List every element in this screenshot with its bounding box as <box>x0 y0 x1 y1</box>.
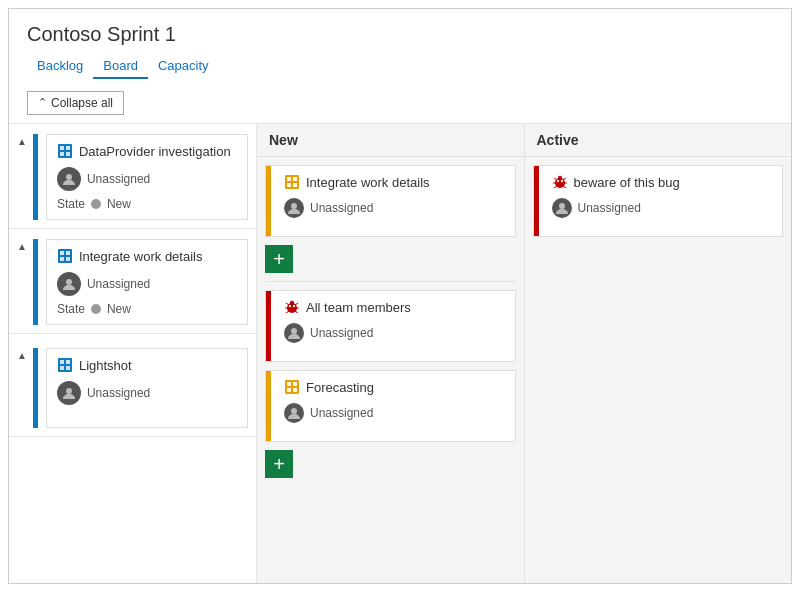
card1-title: Integrate work details <box>284 174 505 190</box>
blue-bar-1 <box>33 134 38 220</box>
column-active-header: Active <box>525 124 792 157</box>
collapse-all-button[interactable]: ⌃ Collapse all <box>27 91 124 115</box>
svg-point-5 <box>66 174 72 180</box>
column-new: New <box>257 124 525 584</box>
card2-user: Unassigned <box>284 323 505 343</box>
column-active-group2-empty <box>533 245 784 584</box>
svg-point-27 <box>290 301 294 305</box>
person-card-1-title-text: DataProvider investigation <box>79 144 231 159</box>
svg-rect-3 <box>60 152 64 156</box>
group1-collapse-icon[interactable]: ▲ <box>17 136 27 147</box>
svg-point-17 <box>66 388 72 394</box>
person-group-2: ▲ Integrate work details <box>9 229 256 334</box>
card2-bar <box>266 291 271 361</box>
svg-line-50 <box>563 186 566 188</box>
task-icon-1 <box>57 143 73 159</box>
task-icon-2 <box>57 248 73 264</box>
card1-avatar <box>284 198 304 218</box>
svg-rect-21 <box>287 183 291 187</box>
svg-point-51 <box>559 203 565 209</box>
svg-rect-20 <box>293 177 297 181</box>
state-dot-1 <box>91 199 101 209</box>
plus-icon-2: + <box>273 453 285 476</box>
state-value-2: New <box>107 302 131 316</box>
group-divider <box>265 281 516 282</box>
person-card-3-title: Lightshot <box>57 357 237 373</box>
card4-bug-icon <box>552 174 568 190</box>
board-card-3[interactable]: Forecasting Unassigned <box>265 370 516 442</box>
avatar-3 <box>57 381 81 405</box>
board-card-4[interactable]: beware of this bug Una <box>533 165 784 237</box>
svg-rect-22 <box>293 183 297 187</box>
svg-line-28 <box>286 303 289 305</box>
card3-avatar <box>284 403 304 423</box>
svg-point-42 <box>556 180 558 182</box>
add-card-group2-new-button[interactable]: + <box>265 450 293 478</box>
plus-icon-1: + <box>273 248 285 271</box>
svg-point-11 <box>66 279 72 285</box>
person-card-2-assignee: Unassigned <box>87 277 150 291</box>
card1-task-icon <box>284 174 300 190</box>
avatar-2 <box>57 272 81 296</box>
board-columns: New <box>257 124 791 584</box>
svg-point-25 <box>289 305 291 307</box>
card3-title-text: Forecasting <box>306 380 374 395</box>
svg-rect-9 <box>60 257 64 261</box>
column-active-body: beware of this bug Una <box>525 157 792 584</box>
svg-rect-39 <box>293 388 297 392</box>
tab-board[interactable]: Board <box>93 54 148 79</box>
card3-content: Forecasting Unassigned <box>284 379 505 423</box>
person-card-3-assignee: Unassigned <box>87 386 150 400</box>
svg-rect-16 <box>66 366 70 370</box>
person-card-3: Lightshot Unassigned <box>46 348 248 428</box>
card4-bar <box>534 166 539 236</box>
board-card-2[interactable]: All team members Unass <box>265 290 516 362</box>
svg-rect-14 <box>66 360 70 364</box>
card3-bar <box>266 371 271 441</box>
svg-point-26 <box>293 305 295 307</box>
card2-avatar <box>284 323 304 343</box>
card2-content: All team members Unass <box>284 299 505 343</box>
svg-rect-10 <box>66 257 70 261</box>
card1-bar <box>266 166 271 236</box>
svg-point-40 <box>291 408 297 414</box>
svg-point-23 <box>291 203 297 209</box>
person-card-2: Integrate work details Unassigned <box>46 239 248 325</box>
page-title: Contoso Sprint 1 <box>27 23 773 46</box>
person-group-header-3: ▲ Lightshot <box>9 338 256 436</box>
card3-assignee: Unassigned <box>310 406 373 420</box>
person-card-2-state-row: State New <box>57 302 237 316</box>
group3-collapse-icon[interactable]: ▲ <box>17 350 27 361</box>
card4-user: Unassigned <box>552 198 773 218</box>
svg-line-32 <box>286 311 289 313</box>
card4-title-text: beware of this bug <box>574 175 680 190</box>
card2-title-text: All team members <box>306 300 411 315</box>
tab-capacity[interactable]: Capacity <box>148 54 219 79</box>
card1-assignee: Unassigned <box>310 201 373 215</box>
person-group-header-2: ▲ Integrate work details <box>9 229 256 333</box>
state-value-1: New <box>107 197 131 211</box>
nav-tabs: Backlog Board Capacity <box>27 54 773 79</box>
person-card-1-state-row: State New <box>57 197 237 211</box>
person-group-1: ▲ DataProvider invest <box>9 124 256 229</box>
person-card-2-title-text: Integrate work details <box>79 249 203 264</box>
person-card-1: DataProvider investigation Unassigned <box>46 134 248 220</box>
person-card-1-assignee: Unassigned <box>87 172 150 186</box>
tab-backlog[interactable]: Backlog <box>27 54 93 79</box>
svg-line-45 <box>554 178 557 180</box>
svg-line-29 <box>295 303 298 305</box>
card1-user: Unassigned <box>284 198 505 218</box>
blue-bar-2 <box>33 239 38 325</box>
svg-rect-15 <box>60 366 64 370</box>
board-layout: ▲ DataProvider invest <box>9 124 791 584</box>
group2-collapse-icon[interactable]: ▲ <box>17 241 27 252</box>
card2-title: All team members <box>284 299 505 315</box>
card3-task-icon <box>284 379 300 395</box>
svg-rect-13 <box>60 360 64 364</box>
add-card-group1-new-button[interactable]: + <box>265 245 293 273</box>
board-card-1[interactable]: Integrate work details <box>265 165 516 237</box>
person-card-1-avatar-row: Unassigned <box>57 167 237 191</box>
person-card-2-title: Integrate work details <box>57 248 237 264</box>
person-column: ▲ DataProvider invest <box>9 124 257 584</box>
card1-content: Integrate work details <box>284 174 505 218</box>
